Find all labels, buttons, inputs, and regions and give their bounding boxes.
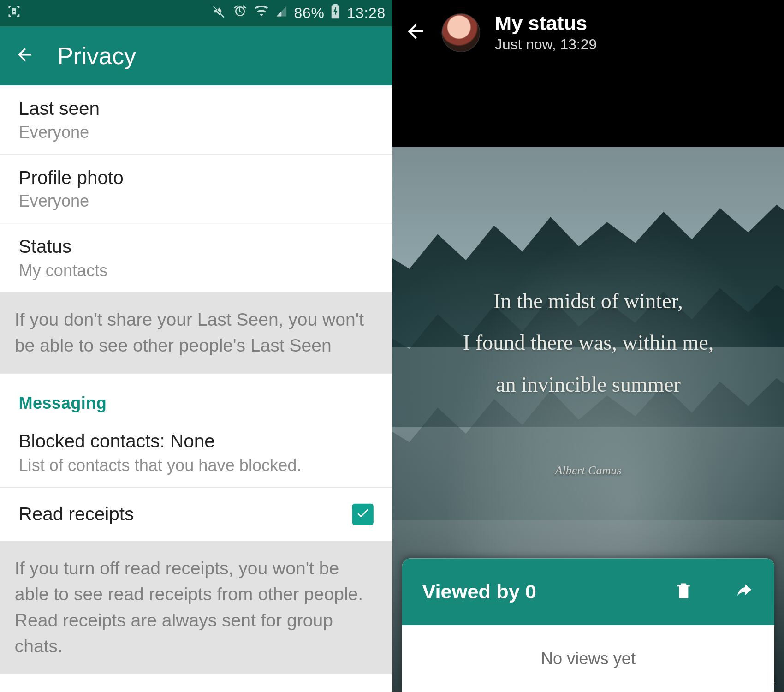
battery-percentage: 86% — [294, 5, 325, 22]
setting-read-receipts[interactable]: Read receipts — [0, 488, 392, 541]
quote-line: In the midst of winter, — [419, 280, 758, 322]
status-top-bar: My status Just now, 13:29 — [392, 0, 784, 61]
android-status-bar: 86% 13:28 — [0, 0, 392, 27]
viewed-by-sheet: Viewed by 0 No views yet — [402, 558, 774, 692]
setting-value: Everyone — [18, 122, 373, 142]
no-views-text: No views yet — [402, 625, 774, 692]
quote-line: I found there was, within me, — [419, 322, 758, 364]
settings-list: Last seen Everyone Profile photo Everyon… — [0, 85, 392, 674]
setting-value: List of contacts that you have blocked. — [18, 455, 373, 475]
privacy-settings-screen: 86% 13:28 Privacy Last seen Everyone Pro… — [0, 0, 392, 692]
check-icon — [356, 506, 370, 523]
back-button[interactable] — [15, 45, 35, 67]
wifi-icon — [254, 4, 269, 23]
forward-icon[interactable] — [733, 581, 754, 603]
viewed-by-bar[interactable]: Viewed by 0 — [402, 558, 774, 625]
setting-profile-photo[interactable]: Profile photo Everyone — [0, 155, 392, 224]
setting-label: Last seen — [18, 97, 373, 120]
last-seen-note: If you don't share your Last Seen, you w… — [0, 292, 392, 374]
setting-label: Blocked contacts: None — [18, 430, 373, 453]
setting-blocked-contacts[interactable]: Blocked contacts: None List of contacts … — [0, 418, 392, 488]
status-subtitle: Just now, 13:29 — [495, 36, 597, 54]
read-receipts-checkbox[interactable] — [352, 503, 374, 525]
quote-line: an invincible summer — [419, 364, 758, 405]
page-title: Privacy — [57, 42, 136, 70]
clock-time: 13:28 — [347, 5, 386, 22]
quote-text: In the midst of winter, I found there wa… — [419, 280, 758, 405]
setting-label: Profile photo — [18, 167, 373, 189]
battery-charging-icon — [331, 4, 340, 23]
status-viewer-screen: My status Just now, 13:29 In the midst o… — [392, 0, 784, 692]
screenshot-icon — [6, 4, 21, 23]
status-header: My status Just now, 13:29 — [495, 12, 597, 54]
setting-label: Read receipts — [18, 503, 134, 525]
alarm-icon — [233, 4, 248, 23]
setting-label: Status — [18, 236, 373, 258]
svg-rect-1 — [334, 4, 338, 6]
viewed-by-label: Viewed by 0 — [422, 580, 536, 603]
status-title: My status — [495, 12, 597, 35]
quote-author: Albert Camus — [392, 464, 784, 477]
mute-icon — [211, 4, 226, 23]
status-spacer — [392, 61, 784, 147]
setting-status[interactable]: Status My contacts — [0, 224, 392, 292]
signal-icon — [275, 4, 287, 23]
back-button[interactable] — [404, 20, 427, 45]
section-messaging: Messaging — [0, 374, 392, 418]
setting-value: Everyone — [18, 191, 373, 211]
setting-value: My contacts — [18, 261, 373, 280]
read-receipts-note: If you turn off read receipts, you won't… — [0, 541, 392, 674]
setting-last-seen[interactable]: Last seen Everyone — [0, 85, 392, 155]
delete-icon[interactable] — [674, 581, 693, 603]
avatar[interactable] — [441, 13, 480, 52]
app-bar: Privacy — [0, 27, 392, 85]
